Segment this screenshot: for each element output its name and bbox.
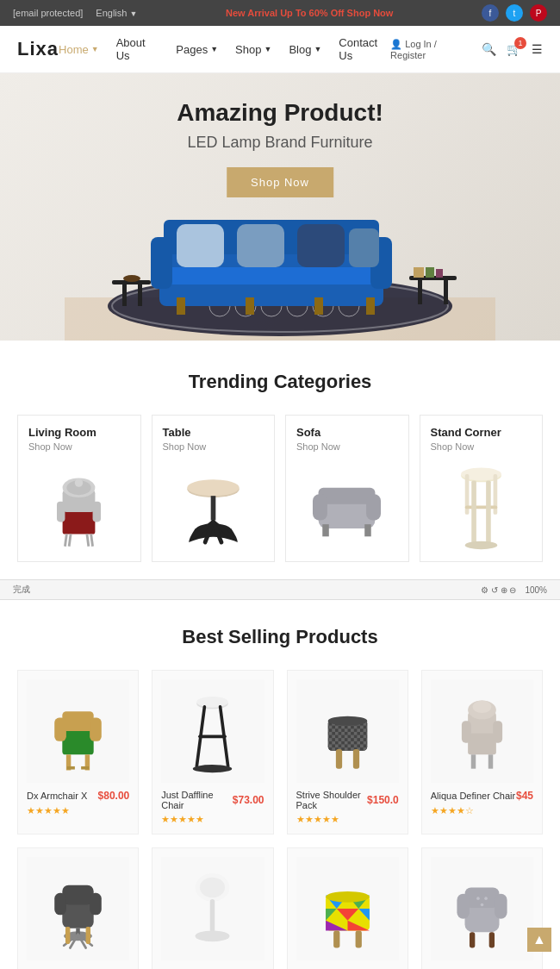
svg-point-87	[327, 716, 366, 726]
svg-rect-20	[297, 224, 345, 267]
categories-grid: Living Room Shop Now	[17, 415, 543, 562]
product-price-3: $45	[516, 790, 533, 802]
nav-home[interactable]: Home ▼	[59, 43, 99, 56]
nav-pages[interactable]: Pages ▼	[176, 43, 218, 56]
svg-rect-26	[418, 280, 422, 304]
svg-rect-12	[151, 237, 172, 289]
svg-rect-17	[366, 297, 375, 315]
product-card-5[interactable]: Just Daffline Chair S-5 $155.0 ★★★★★	[152, 847, 273, 969]
bestselling-title: Best Selling Products	[17, 626, 543, 648]
hero-shop-button[interactable]: Shop Now	[227, 167, 333, 197]
category-sofa[interactable]: Sofa Shop Now	[285, 415, 409, 562]
product-img-7	[431, 857, 533, 960]
category-img-2	[296, 460, 398, 551]
product-stars-1: ★★★★★	[161, 814, 264, 825]
product-card-3[interactable]: Aliqua Definer Chair $45 ★★★★☆	[421, 670, 543, 835]
svg-rect-53	[313, 494, 327, 520]
product-img-6	[296, 857, 399, 960]
hero-title: Amazing Product!	[177, 99, 383, 127]
top-bar: [email protected] English ▼ New Arrival …	[0, 0, 560, 26]
product-card-6[interactable]: Strive Shoulder Pack S-1 $178.0 ★★★★★	[287, 847, 408, 969]
twitter-icon[interactable]: t	[506, 4, 523, 22]
product-card-0[interactable]: Dx Armchair X $80.00 ★★★★★	[17, 670, 139, 835]
cart-icon[interactable]: 🛒 1	[507, 42, 521, 56]
svg-rect-55	[323, 524, 330, 536]
svg-rect-11	[164, 267, 379, 284]
header-icons: 👤 Log In / Register 🔍 🛒 1 ☰	[390, 39, 543, 60]
status-icons: ⚙ ↺ ⊕ ⊖	[481, 585, 516, 595]
language-selector[interactable]: English ▼	[96, 8, 137, 18]
category-shop-0[interactable]: Shop Now	[28, 441, 130, 452]
logo[interactable]: Lixa	[17, 38, 59, 60]
email-label[interactable]: [email protected]	[13, 8, 83, 18]
svg-rect-123	[464, 904, 499, 932]
category-shop-2[interactable]: Shop Now	[296, 441, 398, 452]
svg-rect-106	[65, 927, 70, 944]
product-card-1[interactable]: Just Daffline Chair $73.00 ★★★★★	[152, 670, 273, 835]
product-info-1: Just Daffline Chair $73.00	[161, 790, 264, 814]
cart-badge: 1	[514, 37, 526, 49]
svg-rect-14	[177, 297, 185, 315]
nav-shop[interactable]: Shop ▼	[235, 43, 271, 56]
svg-rect-67	[54, 718, 66, 741]
user-icon[interactable]: 👤 Log In / Register	[390, 39, 471, 60]
svg-rect-71	[67, 766, 75, 770]
svg-rect-24	[138, 284, 142, 306]
svg-rect-63	[486, 480, 491, 545]
svg-rect-92	[462, 721, 471, 742]
nav-contact[interactable]: Contact Us	[339, 36, 390, 62]
pinterest-icon[interactable]: P	[530, 4, 547, 22]
trending-title: Trending Categories	[17, 371, 543, 393]
hero-section: Amazing Product! LED Lamp Brand Furnitur…	[0, 73, 560, 341]
category-shop-1[interactable]: Shop Now	[163, 441, 264, 452]
svg-rect-61	[465, 506, 498, 510]
search-icon[interactable]: 🔍	[482, 42, 496, 56]
svg-line-40	[91, 535, 93, 547]
nav-blog[interactable]: Blog ▼	[289, 43, 321, 56]
product-card-2[interactable]: Strive Shoulder Pack $150.0 ★★★★★	[287, 670, 408, 835]
svg-line-41	[69, 535, 71, 547]
facebook-icon[interactable]: f	[482, 4, 499, 22]
svg-point-91	[472, 701, 491, 714]
category-img-0	[28, 460, 130, 551]
product-name-1: Just Daffline Chair	[161, 790, 233, 810]
svg-rect-86	[352, 749, 358, 769]
category-shop-3[interactable]: Shop Now	[431, 441, 532, 452]
product-info-0: Dx Armchair X $80.00	[27, 790, 129, 805]
menu-icon[interactable]: ☰	[532, 42, 543, 56]
category-living-room[interactable]: Living Room Shop Now	[17, 415, 141, 562]
product-img-5	[161, 857, 264, 960]
main-nav: Home ▼ About Us Pages ▼ Shop ▼ Blog ▼ Co…	[59, 36, 390, 62]
product-card-4[interactable]: Dx Armchair M-3 $88.00 ★★★★☆	[17, 847, 139, 969]
svg-rect-126	[495, 894, 507, 919]
category-stand-corner[interactable]: Stand Corner Shop Now	[420, 415, 544, 562]
svg-rect-19	[237, 224, 284, 267]
svg-rect-68	[90, 718, 102, 741]
nav-about[interactable]: About Us	[116, 36, 159, 62]
product-card-7[interactable]: Aliqua Laqued Chair D-2 $78.00 ★★★★★	[421, 847, 543, 969]
product-img-0	[27, 679, 129, 783]
svg-rect-88	[468, 731, 496, 754]
svg-rect-127	[470, 932, 475, 947]
scroll-top-button[interactable]: ▲	[527, 928, 551, 952]
svg-rect-16	[314, 297, 323, 315]
svg-point-131	[481, 903, 484, 907]
svg-rect-54	[366, 494, 381, 520]
product-img-1	[161, 679, 264, 783]
status-percentage: 100%	[525, 585, 547, 595]
svg-rect-38	[93, 502, 101, 522]
category-name-3: Stand Corner	[431, 426, 532, 439]
category-name-2: Sofa	[296, 426, 398, 439]
header: Lixa Home ▼ About Us Pages ▼ Shop ▼ Blog…	[0, 26, 560, 73]
category-img-1	[163, 460, 264, 551]
product-price-0: $80.00	[98, 790, 130, 802]
category-table[interactable]: Table Shop Now	[152, 415, 276, 562]
status-bar: 完成 ⚙ ↺ ⊕ ⊖ 100%	[0, 579, 560, 600]
product-price-2: $150.0	[367, 794, 399, 806]
svg-rect-62	[471, 480, 476, 545]
svg-rect-85	[335, 749, 341, 769]
svg-point-109	[200, 878, 225, 898]
svg-point-64	[465, 541, 498, 549]
promo-text: New Arrival Up To 60% Off Shop Now	[137, 8, 482, 18]
svg-rect-94	[471, 754, 476, 768]
